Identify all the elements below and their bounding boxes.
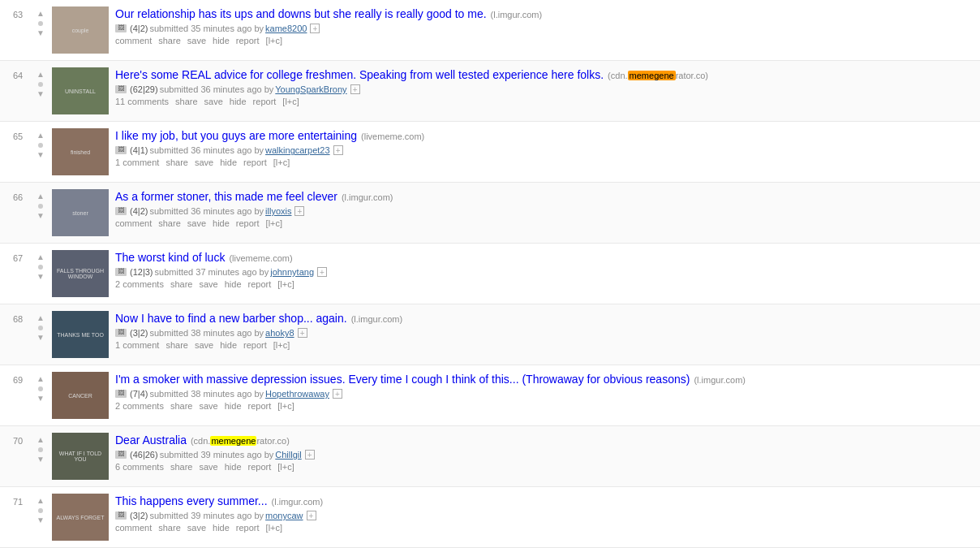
share-link[interactable]: share [175, 97, 198, 106]
comments-link[interactable]: comment [115, 523, 152, 533]
save-link[interactable]: save [199, 462, 217, 472]
share-link[interactable]: share [170, 279, 193, 289]
report-link[interactable]: report [248, 462, 272, 472]
comments-link[interactable]: 11 comments [115, 97, 169, 106]
plus-button[interactable]: + [298, 328, 307, 338]
plus-button[interactable]: + [333, 389, 342, 399]
downvote-button[interactable]: ▼ [37, 332, 45, 343]
plus-button[interactable]: + [310, 24, 320, 33]
downvote-button[interactable]: ▼ [37, 393, 45, 404]
hide-link[interactable]: hide [220, 157, 237, 167]
downvote-button[interactable]: ▼ [37, 515, 45, 526]
post-title-link[interactable]: Now I have to find a new barber shop... … [115, 311, 347, 326]
downvote-button[interactable]: ▼ [37, 271, 45, 283]
lc-link[interactable]: [l+c] [273, 340, 290, 350]
author-link[interactable]: illyoxis [265, 206, 291, 216]
post-thumbnail[interactable]: WHAT IF I TOLD YOU [52, 433, 109, 480]
report-link[interactable]: report [253, 97, 277, 106]
comments-link[interactable]: 1 comment [115, 340, 159, 350]
share-link[interactable]: share [170, 401, 193, 411]
author-link[interactable]: kame8200 [265, 24, 307, 33]
post-thumbnail[interactable]: ALWAYS FORGET [52, 494, 109, 541]
downvote-button[interactable]: ▼ [37, 454, 45, 465]
downvote-button[interactable]: ▼ [37, 210, 45, 222]
lc-link[interactable]: [l+c] [277, 279, 294, 289]
author-link[interactable]: Hopethrowaway [265, 389, 329, 399]
post-title-link[interactable]: The worst kind of luck [115, 250, 225, 265]
comments-link[interactable]: 2 comments [115, 279, 164, 289]
save-link[interactable]: save [199, 279, 217, 289]
plus-button[interactable]: + [294, 206, 304, 216]
comments-link[interactable]: 6 comments [115, 462, 164, 472]
author-link[interactable]: walkingcarpet23 [265, 145, 330, 155]
downvote-button[interactable]: ▼ [37, 149, 45, 161]
upvote-button[interactable]: ▲ [37, 8, 45, 19]
upvote-button[interactable]: ▲ [37, 191, 45, 202]
author-link[interactable]: johnnytang [270, 267, 314, 277]
lc-link[interactable]: [l+c] [277, 401, 294, 411]
plus-button[interactable]: + [350, 84, 360, 94]
post-thumbnail[interactable]: FALLS THROUGH WINDOW [52, 250, 109, 297]
author-link[interactable]: ahoky8 [265, 328, 294, 338]
post-title-link[interactable]: This happens every summer... [115, 494, 268, 508]
post-thumbnail[interactable]: UNINSTALL [52, 67, 109, 114]
share-link[interactable]: share [158, 36, 181, 45]
lc-link[interactable]: [l+c] [277, 462, 294, 472]
report-link[interactable]: report [248, 401, 272, 411]
report-link[interactable]: report [236, 523, 260, 533]
lc-link[interactable]: [l+c] [282, 97, 299, 106]
author-link[interactable]: YoungSparkBrony [275, 84, 346, 94]
save-link[interactable]: save [195, 157, 213, 167]
hide-link[interactable]: hide [213, 36, 230, 45]
plus-button[interactable]: + [333, 145, 343, 155]
hide-link[interactable]: hide [213, 218, 230, 228]
plus-button[interactable]: + [317, 267, 327, 277]
comments-link[interactable]: comment [115, 218, 152, 228]
save-link[interactable]: save [199, 401, 217, 411]
post-thumbnail[interactable]: THANKS ME TOO [52, 311, 109, 358]
report-link[interactable]: report [243, 340, 267, 350]
save-link[interactable]: save [187, 218, 206, 228]
downvote-button[interactable]: ▼ [37, 88, 45, 100]
plus-button[interactable]: + [307, 511, 316, 520]
post-title-link[interactable]: I'm a smoker with massive depression iss… [115, 372, 690, 386]
post-thumbnail[interactable]: stoner [52, 189, 109, 236]
upvote-button[interactable]: ▲ [37, 373, 45, 385]
upvote-button[interactable]: ▲ [37, 434, 45, 446]
comments-link[interactable]: 1 comment [115, 157, 159, 167]
hide-link[interactable]: hide [220, 340, 237, 350]
lc-link[interactable]: [l+c] [273, 157, 290, 167]
hide-link[interactable]: hide [225, 462, 242, 472]
hide-link[interactable]: hide [225, 401, 242, 411]
post-title-link[interactable]: Dear Australia [115, 433, 187, 447]
lc-link[interactable]: [l+c] [266, 36, 282, 45]
report-link[interactable]: report [243, 157, 267, 167]
save-link[interactable]: save [187, 523, 206, 533]
hide-link[interactable]: hide [225, 279, 242, 289]
lc-link[interactable]: [l+c] [266, 218, 282, 228]
comments-link[interactable]: comment [115, 36, 152, 45]
report-link[interactable]: report [236, 218, 260, 228]
save-link[interactable]: save [195, 340, 213, 350]
downvote-button[interactable]: ▼ [37, 28, 45, 39]
post-thumbnail[interactable]: CANCER [52, 372, 109, 419]
report-link[interactable]: report [236, 36, 260, 45]
post-title-link[interactable]: As a former stoner, this made me feel cl… [115, 189, 337, 204]
share-link[interactable]: share [170, 462, 193, 472]
share-link[interactable]: share [158, 523, 181, 533]
save-link[interactable]: save [204, 97, 223, 106]
comments-link[interactable]: 2 comments [115, 401, 164, 411]
share-link[interactable]: share [165, 157, 188, 167]
author-link[interactable]: Chillgil [275, 450, 301, 460]
upvote-button[interactable]: ▲ [37, 313, 45, 324]
report-link[interactable]: report [248, 279, 272, 289]
author-link[interactable]: monycaw [265, 511, 303, 520]
post-title-link[interactable]: I like my job, but you guys are more ent… [115, 128, 357, 143]
upvote-button[interactable]: ▲ [37, 69, 45, 80]
share-link[interactable]: share [165, 340, 188, 350]
post-thumbnail[interactable]: couple [52, 6, 109, 54]
upvote-button[interactable]: ▲ [37, 252, 45, 263]
share-link[interactable]: share [158, 218, 181, 228]
post-thumbnail[interactable]: finished [52, 128, 109, 175]
post-title-link[interactable]: Our relationship has its ups and downs b… [115, 6, 487, 21]
